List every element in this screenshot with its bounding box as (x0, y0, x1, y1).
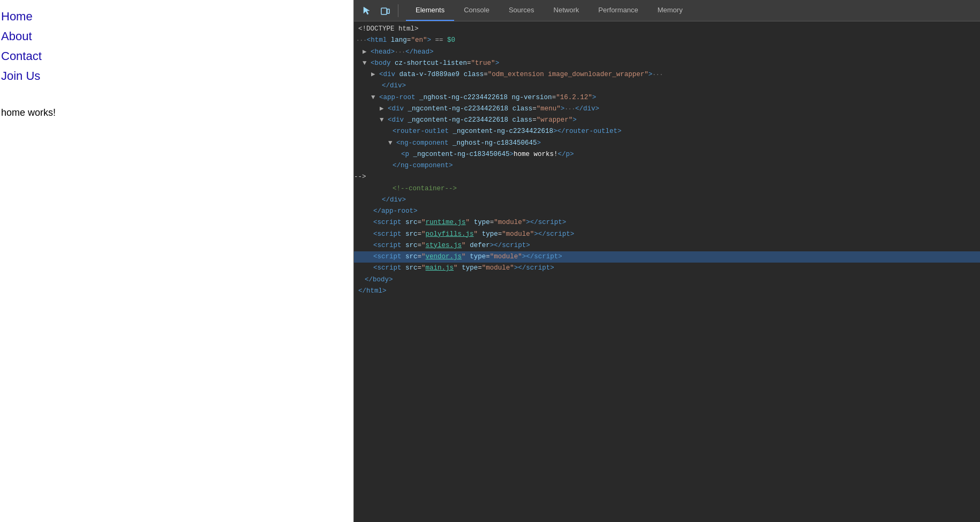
ng-component-close-line: </ng-component> (354, 160, 980, 171)
comment-container-line: <!--container--> (354, 183, 980, 195)
devtools-elements-content[interactable]: <!DOCTYPE html> ···<html lang="en"> == $… (354, 21, 980, 522)
devtools-tabs: Elements Console Sources Network Perform… (406, 0, 692, 21)
nav-about[interactable]: About (1, 26, 353, 46)
svg-rect-0 (381, 8, 387, 14)
script-styles-line[interactable]: <script src="styles.js" defer></script> (354, 240, 980, 251)
head-line[interactable]: ▶ <head>···</head> (354, 47, 980, 58)
p-home-works-line[interactable]: <p _ngcontent-ng-c183450645>home works!<… (354, 149, 980, 160)
script-runtime-line[interactable]: <script src="runtime.js" type="module"><… (354, 217, 980, 228)
doctype-line: <!DOCTYPE html> (354, 24, 980, 35)
webpage-pane: Home About Contact Join Us home works! (0, 0, 353, 522)
html-root-line[interactable]: ···<html lang="en"> == $0 (354, 35, 980, 46)
ng-component-open-line[interactable]: ▼ <ng-component _nghost-ng-c183450645> (354, 138, 980, 149)
router-outlet-line[interactable]: <router-outlet _ngcontent-ng-c2234422618… (354, 126, 980, 137)
device-toggle-icon[interactable] (378, 3, 393, 18)
tab-console[interactable]: Console (454, 0, 499, 21)
body-open-line[interactable]: ▼ <body cz-shortcut-listen="true"> (354, 58, 980, 69)
home-works-text: home works! (1, 107, 56, 118)
nav-home[interactable]: Home (1, 6, 353, 26)
app-root-line[interactable]: ▼ <app-root _nghost-ng-c2234422618 ng-ve… (354, 92, 980, 103)
devtools-pane: Elements Console Sources Network Perform… (353, 0, 980, 522)
div-odm-line[interactable]: ▶ <div data-v-7d889ae9 class="odm_extens… (354, 69, 980, 80)
div-menu-line[interactable]: ▶ <div _ngcontent-ng-c2234422618 class="… (354, 103, 980, 115)
webpage-nav: Home About Contact Join Us (0, 4, 353, 86)
div-odm-close-line: </div> (354, 80, 980, 92)
tab-sources[interactable]: Sources (499, 0, 544, 21)
tab-elements[interactable]: Elements (406, 0, 454, 21)
nav-join-us[interactable]: Join Us (1, 66, 353, 86)
toolbar-icons (354, 3, 406, 18)
div-wrapper-close-line: </div> (354, 195, 980, 206)
script-vendor-line[interactable]: <script src="vendor.js" type="module"></… (354, 251, 980, 263)
tab-memory[interactable]: Memory (648, 0, 692, 21)
tab-performance[interactable]: Performance (589, 0, 647, 21)
app-root-close-line: </app-root> (354, 206, 980, 217)
cursor-icon[interactable] (359, 3, 374, 18)
svg-rect-1 (387, 9, 389, 13)
tab-network[interactable]: Network (544, 0, 589, 21)
body-close-line: </body> (354, 274, 980, 286)
nav-contact[interactable]: Contact (1, 46, 353, 66)
devtools-toolbar: Elements Console Sources Network Perform… (354, 0, 980, 21)
webpage-content: home works! (0, 107, 353, 118)
div-wrapper-open-line[interactable]: ▼ <div _ngcontent-ng-c2234422618 class="… (354, 115, 980, 126)
script-main-line[interactable]: <script src="main.js" type="module"></sc… (354, 263, 980, 274)
toolbar-divider (398, 4, 398, 17)
html-close-line: </html> (354, 286, 980, 297)
script-polyfills-line[interactable]: <script src="polyfills.js" type="module"… (354, 229, 980, 240)
